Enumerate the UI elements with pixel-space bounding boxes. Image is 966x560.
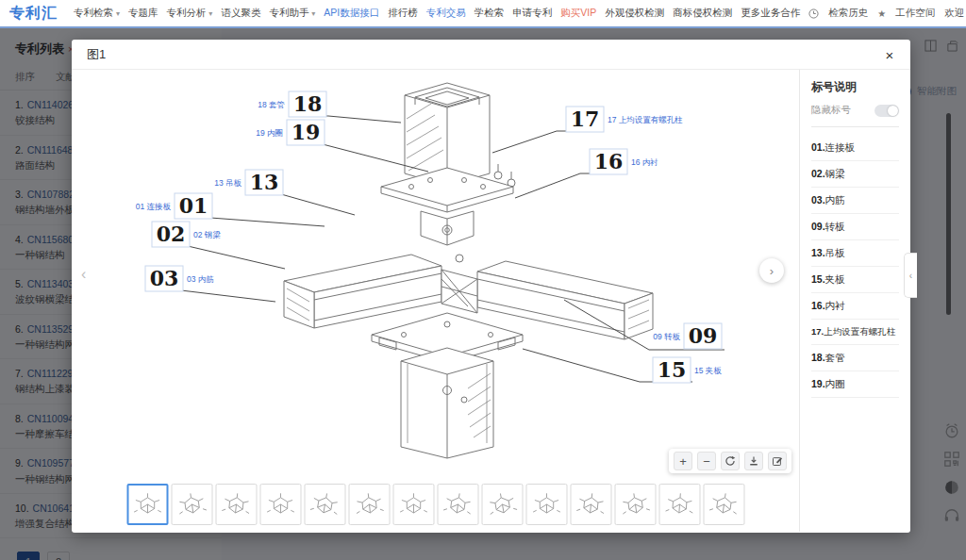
figure-title: 图1 [87,46,106,63]
figure-thumbnail[interactable] [392,484,434,525]
nav-item[interactable]: 专利交易 [426,7,466,20]
legend-title: 标号说明 [811,79,899,95]
callout-number: 13 [250,170,279,194]
chevron-down-icon: ▾ [116,9,120,18]
legend-item[interactable]: 09.转板 [811,214,899,240]
nav-item[interactable]: 购买VIP [560,7,596,20]
zoom-out-button[interactable]: − [697,452,716,470]
thumbnail-strip [126,484,744,525]
figure-thumbnail[interactable] [437,484,478,525]
figure-thumbnail[interactable] [525,484,567,525]
zoom-in-button[interactable]: + [674,452,692,470]
callout-leader-line [145,290,275,302]
top-navbar: 专利汇 专利检索 ▾专题库专利分析 ▾语义聚类专利助手 ▾API数据接口排行榜专… [0,0,966,28]
nav-item[interactable]: 学检索 [475,7,505,20]
figure-thumbnail[interactable] [126,484,168,525]
figure-thumbnail[interactable] [481,484,523,525]
figure-thumbnail[interactable] [703,484,744,525]
figure-viewer-modal: 图1 × [72,40,910,533]
callout-label: 15 夹板 [694,366,722,375]
callout-leader-line [245,194,355,215]
hide-labels-toggle[interactable] [874,105,899,117]
figure-thumbnail[interactable] [614,484,656,525]
nav-item[interactable]: 商标侵权检测 [673,7,732,20]
callout-number: 02 [157,222,186,246]
figure-area: 1818 套管1919 内圈1313 吊板0101 连接板0202 钢梁0303… [72,70,799,532]
prev-image-arrow[interactable]: ‹ [81,266,86,283]
nav-item[interactable]: 语义聚类 [221,7,260,20]
callout-label: 13 吊板 [214,178,242,188]
nav-item[interactable]: 申请专利 [512,7,552,20]
callout-label: 02 钢梁 [193,230,221,239]
chevron-down-icon: ▾ [208,9,212,18]
callout-label: 17 上均设置有螺孔柱 [608,115,683,124]
figure-thumbnail[interactable] [348,484,390,525]
legend-item[interactable]: 13.吊板 [811,240,899,267]
legend-item[interactable]: 17.上均设置有螺孔柱 [811,320,899,345]
callout-number: 01 [179,193,208,218]
callout-leader-line [515,173,625,198]
legend-item[interactable]: 18.套管 [811,345,899,371]
callout-number: 15 [658,357,687,382]
nav-item[interactable]: 外观侵权检测 [605,7,664,20]
welcome-text: 欢迎， [944,7,966,20]
callout-number: 19 [291,120,321,144]
download-button[interactable] [744,452,763,470]
legend-item[interactable]: 15.夹板 [811,267,899,293]
callout-label: 19 内圈 [256,128,283,138]
callout-number: 03 [150,266,179,290]
nav-item[interactable]: 专利助手 ▾ [269,7,315,20]
callout-label: 03 内筋 [187,274,214,284]
search-history-link[interactable]: 检索历史 [828,7,868,20]
nav-item[interactable]: 专利分析 ▾ [166,7,212,20]
callout-number: 17 [571,107,600,131]
callout-leader-line [492,131,602,153]
star-icon: ★ [877,8,886,19]
callout-number: 18 [293,91,323,116]
next-image-button[interactable]: › [759,258,784,283]
site-logo[interactable]: 专利汇 [9,4,58,24]
figure-thumbnail[interactable] [215,484,257,525]
figure-thumbnail[interactable] [304,484,345,525]
figure-thumbnail[interactable] [259,484,301,525]
close-icon[interactable]: × [878,43,901,66]
modal-header: 图1 × [72,40,910,70]
legend-item-list: 01.连接板02.钢梁03.内筋09.转板13.吊板15.夹板16.内衬17.上… [811,135,899,398]
legend-item[interactable]: 03.内筋 [811,188,899,214]
patent-figure: 1818 套管1919 内圈1313 吊板0101 连接板0202 钢梁0303… [72,70,798,483]
workspace-link[interactable]: 工作空间 [895,7,935,20]
legend-item[interactable]: 01.连接板 [811,135,899,161]
nav-right-cluster: 检索历史 ★ 工作空间 欢迎， 1850****5289 ▾ ? [808,7,966,20]
callout-label: 09 转板 [653,332,680,341]
legend-item[interactable]: 02.钢梁 [811,161,899,188]
callout-label: 18 套管 [258,100,285,109]
callout-number: 09 [689,323,718,348]
callout-label: 01 连接板 [136,202,172,211]
nav-item[interactable]: 专题库 [128,7,158,20]
callout-number: 16 [594,149,624,173]
figure-thumbnail[interactable] [658,484,700,525]
chevron-down-icon: ▾ [311,9,315,18]
history-icon [808,8,819,19]
legend-panel: ‹ 标号说明 隐藏标号 01.连接板02.钢梁03.内筋09.转板13.吊板15… [799,70,910,532]
legend-item[interactable]: 16.内衬 [811,293,899,320]
nav-item[interactable]: 专利检索 ▾ [74,7,120,20]
collapse-panel-tab[interactable]: ‹ [904,253,917,298]
rotate-button[interactable] [721,452,740,470]
nav-item[interactable]: 更多业务合作 [741,7,800,20]
hide-labels-label: 隐藏标号 [811,104,851,117]
figure-thumbnail[interactable] [171,484,212,525]
hide-labels-row: 隐藏标号 [811,104,899,127]
edit-button[interactable] [768,452,787,470]
nav-item[interactable]: 排行榜 [388,7,418,20]
legend-item[interactable]: 19.内圈 [811,371,899,398]
nav-menu: 专利检索 ▾专题库专利分析 ▾语义聚类专利助手 ▾API数据接口排行榜专利交易学… [74,7,800,20]
image-toolbar: +− [669,449,791,473]
figure-thumbnail[interactable] [570,484,611,525]
callout-label: 16 内衬 [631,157,658,167]
nav-item[interactable]: API数据接口 [324,7,379,20]
